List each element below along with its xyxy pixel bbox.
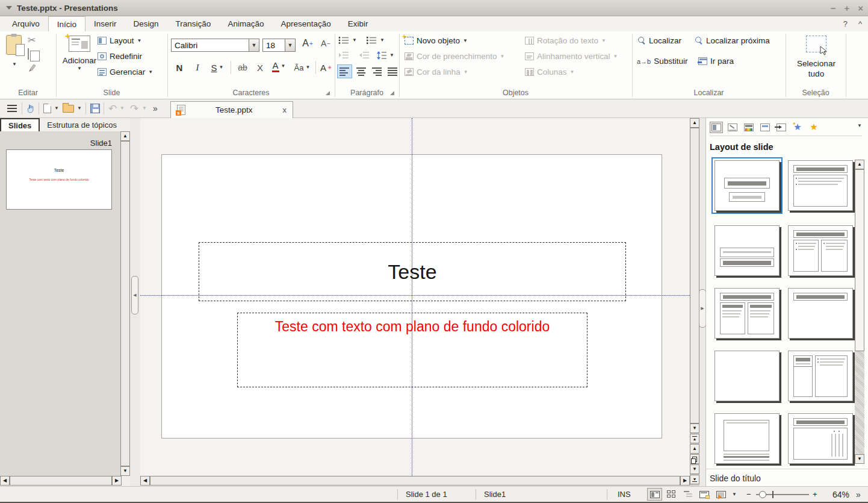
slides-panel-scroll-right[interactable]: ▶: [112, 476, 122, 486]
numbered-list-button[interactable]: ▼: [366, 36, 385, 45]
slides-panel-scroll-down[interactable]: ▼: [120, 466, 130, 476]
grow-font-button[interactable]: A+: [300, 36, 315, 51]
tab-outline[interactable]: Estrutura de tópicos: [40, 118, 124, 131]
toolbar-menu-button[interactable]: [7, 99, 17, 117]
sidebar-tab-layouts[interactable]: [710, 122, 723, 133]
layout-thumbnail-1[interactable]: [715, 160, 780, 211]
window-menu-icon[interactable]: [6, 6, 12, 10]
undo-dropdown[interactable]: ▼: [120, 99, 125, 117]
document-tab[interactable]: s Teste.pptx x: [170, 101, 293, 118]
statusbar-more-button[interactable]: »: [856, 490, 861, 499]
align-left-button[interactable]: [337, 64, 352, 78]
view-normal-button[interactable]: [647, 488, 662, 501]
slide-canvas[interactable]: Teste Teste com texto com plano de fundo…: [140, 118, 690, 486]
slides-panel-hthumb[interactable]: [10, 476, 112, 486]
previous-slide-button[interactable]: ▲: [690, 444, 699, 454]
canvas-scroll-right[interactable]: ▶: [680, 476, 690, 486]
layout-thumbnail-8[interactable]: [788, 351, 853, 401]
slide-body-text[interactable]: Teste com texto com plano de fundo color…: [275, 319, 550, 334]
decrease-indent-button[interactable]: [359, 51, 370, 59]
layout-thumbnail-9[interactable]: [715, 413, 780, 464]
layout-thumbnail-3[interactable]: [715, 225, 780, 276]
body-placeholder[interactable]: Teste com texto com plano de fundo color…: [237, 313, 587, 387]
font-name-combo[interactable]: Calibri ▼: [171, 39, 259, 52]
caracteres-dialog-launcher[interactable]: [326, 91, 330, 95]
change-case-button[interactable]: Ãa▼: [291, 60, 313, 75]
canvas-vthumb[interactable]: [690, 128, 699, 423]
layout-thumbnail-10[interactable]: [788, 413, 853, 464]
start-slideshow-button[interactable]: [713, 488, 728, 501]
menu-exibir[interactable]: Exibir: [339, 16, 377, 31]
toolbar-more-button[interactable]: »: [153, 99, 158, 117]
canvas-hthumb[interactable]: [150, 476, 680, 486]
sidebar-tab-color-scheme[interactable]: [742, 122, 755, 133]
sidebar-vthumb[interactable]: [855, 169, 864, 351]
sidebar-scroll-down[interactable]: ▼: [855, 454, 864, 464]
slide-title-text[interactable]: Teste: [388, 260, 436, 284]
zoom-in-button[interactable]: +: [813, 490, 817, 499]
vertical-alignment-button[interactable]: Alinhamento vertical▼: [525, 52, 618, 61]
menu-inserir[interactable]: Inserir: [85, 16, 125, 31]
shrink-font-button[interactable]: A−: [318, 36, 333, 51]
sidebar-tab-master[interactable]: [726, 122, 739, 133]
select-all-button[interactable]: Selecionar tudo: [790, 34, 843, 89]
slide-thumbnail[interactable]: Teste Teste com texto com plano de fundo…: [6, 149, 112, 210]
canvas-scroll-left[interactable]: ◀: [140, 476, 150, 486]
fill-color-button[interactable]: Cor de preenchimento▼: [405, 52, 505, 61]
zoom-level[interactable]: 64%: [832, 490, 849, 499]
insert-mode-indicator[interactable]: INS: [618, 490, 631, 499]
layout-thumbnail-2[interactable]: [788, 160, 853, 211]
layout-button[interactable]: Layout▼: [98, 36, 141, 45]
justify-button[interactable]: [385, 64, 400, 78]
canvas-scroll-down[interactable]: ▼: [690, 423, 699, 433]
new-document-button[interactable]: [43, 99, 51, 117]
text-rotation-button[interactable]: Rotação do texto▼: [525, 36, 606, 45]
last-slide-button[interactable]: ▼: [690, 475, 699, 484]
layout-thumbnail-6[interactable]: [788, 288, 853, 339]
font-size-combo[interactable]: 18 ▼: [262, 39, 296, 52]
help-button[interactable]: ?: [843, 19, 848, 28]
columns-button[interactable]: Colunas▼: [525, 67, 574, 77]
redefinir-button[interactable]: Redefinir: [98, 52, 142, 61]
font-name-dropdown[interactable]: ▼: [249, 39, 259, 51]
italic-button[interactable]: I: [190, 60, 205, 75]
next-slide-button[interactable]: ▼: [690, 464, 699, 474]
layout-thumbnail-7[interactable]: [715, 351, 780, 401]
pan-tool-button[interactable]: [25, 99, 36, 117]
document-tab-close[interactable]: x: [283, 105, 287, 114]
first-slide-button[interactable]: ▲: [690, 434, 699, 443]
underline-button[interactable]: S▼: [207, 60, 228, 75]
sidebar-tab-background[interactable]: [758, 122, 772, 133]
canvas-scroll-up[interactable]: ▲: [690, 118, 699, 128]
copy-icon[interactable]: [28, 48, 29, 60]
maximize-button[interactable]: +: [844, 4, 849, 13]
minimize-button[interactable]: −: [831, 4, 836, 13]
menu-design[interactable]: Design: [125, 16, 167, 31]
sidebar-tab-object-animation[interactable]: ★✦: [791, 122, 804, 133]
title-placeholder[interactable]: Teste: [199, 242, 626, 301]
menu-animacao[interactable]: Animação: [219, 16, 272, 31]
left-splitter[interactable]: ◀: [130, 118, 140, 486]
clear-formatting-button[interactable]: A✦: [318, 60, 335, 75]
gerenciar-button[interactable]: Gerenciar▼: [98, 67, 153, 77]
paragrafo-dialog-launcher[interactable]: [390, 91, 394, 95]
redo-dropdown[interactable]: ▼: [142, 99, 147, 117]
view-notes-button[interactable]: [696, 488, 711, 501]
layout-thumbnail-4[interactable]: [788, 225, 853, 276]
bullet-list-button[interactable]: ▼: [338, 36, 357, 45]
open-dropdown[interactable]: ▼: [77, 99, 82, 117]
paste-dropdown[interactable]: ▼: [12, 62, 17, 67]
line-spacing-button[interactable]: ▼: [377, 51, 394, 60]
slides-panel-vthumb[interactable]: [120, 141, 130, 466]
undo-button[interactable]: ↶: [108, 99, 117, 117]
collapse-ribbon-button[interactable]: ^: [858, 19, 862, 28]
slideshow-dropdown[interactable]: ▼: [732, 492, 737, 497]
cut-icon[interactable]: ✂: [28, 34, 36, 46]
left-splitter-handle[interactable]: ◀: [131, 276, 138, 314]
new-object-button[interactable]: + Novo objeto▼: [405, 36, 468, 45]
sidebar-scroll-up[interactable]: ▲: [855, 160, 864, 169]
open-button[interactable]: [63, 99, 74, 117]
font-size-dropdown[interactable]: ▼: [285, 39, 295, 51]
menu-inicio[interactable]: Início: [48, 16, 85, 32]
goto-slide-button[interactable]: [690, 454, 699, 464]
